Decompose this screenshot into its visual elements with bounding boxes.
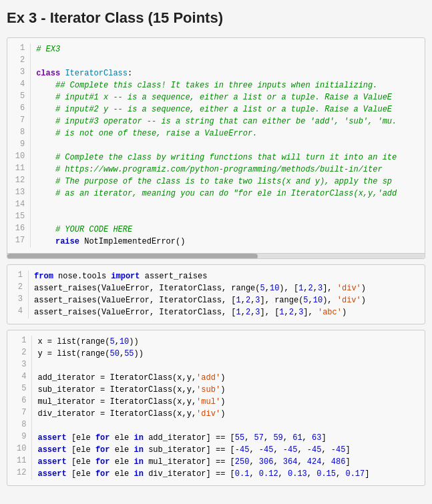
line-number: 7: [11, 115, 31, 128]
line-content: from nose.tools import assert_raises: [29, 270, 421, 282]
code-line-row: 3: [11, 360, 421, 372]
line-content: assert_raises(ValueError, IteratorClass,…: [29, 282, 421, 294]
line-content: # YOUR CODE HERE: [31, 224, 421, 236]
line-content: [32, 360, 421, 372]
line-content: mul_iterator = IteratorClass(x,y,'mul'): [32, 396, 421, 408]
line-number: 4: [11, 372, 32, 384]
line-content: div_iterator = IteratorClass(x,y,'div'): [32, 408, 421, 420]
line-number: 2: [11, 55, 31, 67]
code-line-row: 4 ## Complete this class! It takes in th…: [11, 79, 421, 91]
line-content: assert [ele for ele in add_iterator] == …: [32, 432, 421, 444]
line-number: 3: [11, 67, 31, 79]
line-number: 5: [11, 384, 32, 396]
code-block-3: 1x = list(range(5,10))2y = list(range(50…: [7, 330, 425, 486]
code-line-row: 1x = list(range(5,10)): [11, 336, 421, 348]
line-content: assert_raises(ValueError, IteratorClass,…: [29, 306, 421, 318]
code-line-row: 4assert_raises(ValueError, IteratorClass…: [11, 306, 421, 318]
code-line-row: 16 # YOUR CODE HERE: [11, 224, 421, 236]
line-number: 8: [11, 128, 31, 140]
line-number: 3: [11, 294, 29, 306]
code-line-row: 7 # input#3 operator -- is a string that…: [11, 115, 421, 128]
code-line-row: 10assert [ele for ele in sub_iterator] =…: [11, 444, 421, 456]
code-line-row: 8: [11, 420, 421, 432]
line-content: [31, 55, 421, 67]
line-number: 10: [11, 444, 32, 456]
line-number: 12: [11, 176, 31, 188]
line-number: 11: [11, 456, 32, 468]
code-line-row: 10 # Complete the class by writing funct…: [11, 152, 421, 164]
code-line-row: 11 # https://www.programiz.com/python-pr…: [11, 164, 421, 176]
line-number: 4: [11, 79, 31, 91]
line-content: # as an iterator, meaning you can do "fo…: [31, 188, 421, 200]
code-line-row: 14: [11, 200, 421, 212]
line-number: 9: [11, 140, 31, 152]
code-line-row: 12assert [ele for ele in div_iterator] =…: [11, 468, 421, 480]
line-number: 13: [11, 188, 31, 200]
line-content: raise NotImplementedError(): [31, 236, 421, 248]
line-content: assert [ele for ele in mul_iterator] == …: [32, 456, 421, 468]
line-number: 1: [11, 336, 32, 348]
code-line-row: 2y = list(range(50,55)): [11, 348, 421, 360]
line-number: 2: [11, 282, 29, 294]
line-content: class IteratorClass:: [31, 67, 421, 79]
line-content: [31, 200, 421, 212]
line-content: # input#3 operator -- is a string that c…: [31, 115, 421, 128]
line-number: 17: [11, 236, 31, 248]
line-number: 12: [11, 468, 32, 480]
line-number: 16: [11, 224, 31, 236]
scrollbar-thumb[interactable]: [7, 254, 258, 259]
code-line-row: 6 # input#2 y -- is a sequence, either a…: [11, 103, 421, 115]
line-number: 11: [11, 164, 31, 176]
code-line-row: 9assert [ele for ele in add_iterator] ==…: [11, 432, 421, 444]
line-content: x = list(range(5,10)): [32, 336, 421, 348]
line-content: [31, 212, 421, 224]
code-line-row: 7div_iterator = IteratorClass(x,y,'div'): [11, 408, 421, 420]
line-number: 5: [11, 91, 31, 103]
line-number: 10: [11, 152, 31, 164]
code-line-row: 6mul_iterator = IteratorClass(x,y,'mul'): [11, 396, 421, 408]
line-number: 1: [11, 43, 31, 55]
code-line-row: 11assert [ele for ele in mul_iterator] =…: [11, 456, 421, 468]
line-content: # The purpose of the class is to take tw…: [31, 176, 421, 188]
line-number: 1: [11, 270, 29, 282]
code-block-1: 1# EX32 3class IteratorClass:4 ## Comple…: [7, 37, 425, 259]
line-content: # https://www.programiz.com/python-progr…: [31, 164, 421, 176]
line-content: # is not one of these, raise a ValueErro…: [31, 128, 421, 140]
code-line-row: 3assert_raises(ValueError, IteratorClass…: [11, 294, 421, 306]
code-line-row: 5sub_iterator = IteratorClass(x,y,'sub'): [11, 384, 421, 396]
line-number: 6: [11, 103, 31, 115]
line-content: y = list(range(50,55)): [32, 348, 421, 360]
code-line-row: 15: [11, 212, 421, 224]
code-line-row: 1from nose.tools import assert_raises: [11, 270, 421, 282]
code-line-row: 9: [11, 140, 421, 152]
page-title: Ex 3 - Iterator Class (15 Points): [7, 7, 425, 29]
line-content: # input#1 x -- is a sequence, either a l…: [31, 91, 421, 103]
line-number: 8: [11, 420, 32, 432]
line-content: # input#2 y -- is a sequence, either a l…: [31, 103, 421, 115]
line-content: sub_iterator = IteratorClass(x,y,'sub'): [32, 384, 421, 396]
line-content: ## Complete this class! It takes in thre…: [31, 79, 421, 91]
code-line-row: 17 raise NotImplementedError(): [11, 236, 421, 248]
line-number: 4: [11, 306, 29, 318]
code-line-row: 8 # is not one of these, raise a ValueEr…: [11, 128, 421, 140]
line-number: 2: [11, 348, 32, 360]
line-content: add_iterator = IteratorClass(x,y,'add'): [32, 372, 421, 384]
code-line-row: 2: [11, 55, 421, 67]
line-number: 9: [11, 432, 32, 444]
line-content: assert [ele for ele in sub_iterator] == …: [32, 444, 421, 456]
code-line-row: 12 # The purpose of the class is to take…: [11, 176, 421, 188]
line-number: 6: [11, 396, 32, 408]
line-content: assert_raises(ValueError, IteratorClass,…: [29, 294, 421, 306]
scrollbar-track[interactable]: [7, 253, 425, 258]
code-line-row: 1# EX3: [11, 43, 421, 55]
line-content: [31, 140, 421, 152]
code-line-row: 2assert_raises(ValueError, IteratorClass…: [11, 282, 421, 294]
code-line-row: 5 # input#1 x -- is a sequence, either a…: [11, 91, 421, 103]
line-content: # Complete the class by writing function…: [31, 152, 421, 164]
line-content: assert [ele for ele in div_iterator] == …: [32, 468, 421, 480]
code-line-row: 4add_iterator = IteratorClass(x,y,'add'): [11, 372, 421, 384]
line-number: 15: [11, 212, 31, 224]
line-content: # EX3: [31, 43, 421, 55]
line-content: [32, 420, 421, 432]
line-number: 7: [11, 408, 32, 420]
